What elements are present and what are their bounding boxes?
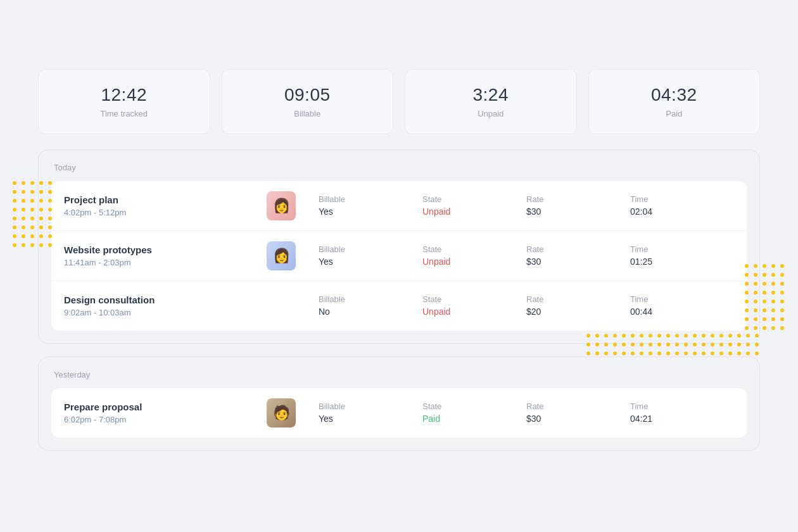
- dot: [48, 217, 52, 220]
- entry-time-range: 6:02pm - 7:08pm: [64, 415, 267, 424]
- dot: [613, 334, 617, 338]
- entry-title: Prepare proposal: [64, 402, 267, 412]
- dot: [13, 243, 16, 247]
- dot: [763, 308, 766, 312]
- dot: [684, 334, 688, 338]
- dot: [780, 264, 784, 268]
- meta-label: Time: [630, 244, 734, 254]
- dot: [48, 225, 52, 229]
- dot: [622, 352, 626, 355]
- dot: [30, 199, 34, 203]
- meta-label: State: [422, 244, 526, 254]
- meta-label: State: [422, 294, 526, 304]
- dot: [780, 291, 784, 294]
- meta-group-1: StateUnpaid: [422, 244, 526, 267]
- entry-info: Project plan 4:02pm - 5:12pm: [64, 194, 267, 217]
- dot: [39, 181, 43, 185]
- dot: [595, 352, 599, 355]
- meta-group-0: BillableYes: [319, 402, 422, 424]
- dot: [39, 190, 43, 194]
- meta-group-0: BillableYes: [319, 244, 422, 267]
- dot: [595, 334, 599, 338]
- dot: [745, 308, 749, 312]
- dot: [754, 273, 757, 277]
- dot: [39, 208, 43, 212]
- entry-title: Website prototypes: [64, 244, 267, 255]
- dot: [586, 352, 590, 355]
- dot: [745, 282, 749, 286]
- entry-info: Design consultation 9:02am - 10:03am: [64, 294, 267, 317]
- dot: [675, 352, 679, 355]
- meta-value: Unpaid: [422, 206, 526, 217]
- entry-row-project-plan[interactable]: Project plan 4:02pm - 5:12pm 👩BillableYe…: [51, 181, 747, 231]
- today-section: Today Project plan 4:02pm - 5:12pm 👩Bill…: [38, 149, 760, 344]
- meta-value: $30: [526, 256, 630, 267]
- meta-label: Billable: [319, 244, 422, 254]
- dot: [640, 352, 643, 355]
- meta-label: Time: [630, 294, 734, 304]
- dot: [30, 234, 34, 238]
- dot: [48, 199, 52, 203]
- meta-value: Unpaid: [422, 256, 526, 267]
- meta-label: Billable: [319, 294, 422, 304]
- meta-label: Rate: [526, 194, 630, 204]
- entry-row-prepare-proposal[interactable]: Prepare proposal 6:02pm - 7:08pm 🧑Billab…: [51, 388, 747, 438]
- stat-card-unpaid: 3:24 Unpaid: [405, 69, 577, 134]
- meta-value: 01:25: [630, 256, 734, 267]
- dot: [586, 334, 590, 338]
- stat-value-time-tracked: 12:42: [51, 85, 197, 105]
- stat-value-billable: 09:05: [235, 85, 381, 105]
- entry-row-website-prototypes[interactable]: Website prototypes 11:41am - 2:03pm 👩Bil…: [51, 231, 747, 281]
- entry-row-design-consultation[interactable]: Design consultation 9:02am - 10:03am Bil…: [51, 281, 747, 331]
- meta-label: Time: [630, 194, 734, 204]
- entry-meta: BillableYesStateUnpaidRate$30Time01:25: [319, 244, 734, 267]
- entries-container: Project plan 4:02pm - 5:12pm 👩BillableYe…: [51, 181, 747, 331]
- entry-meta: BillableNoStateUnpaidRate$20Time00:44: [319, 294, 734, 317]
- dot: [771, 264, 775, 268]
- entry-avatar-container: [267, 291, 300, 320]
- meta-group-1: StateUnpaid: [422, 194, 526, 217]
- dot: [30, 208, 34, 212]
- dot: [48, 243, 52, 247]
- dot: [613, 343, 617, 346]
- meta-label: State: [422, 402, 526, 411]
- dot: [737, 343, 741, 346]
- meta-group-2: Rate$30: [526, 402, 630, 424]
- dot: [604, 352, 608, 355]
- entry-meta: BillableYesStatePaidRate$30Time04:21: [319, 402, 734, 424]
- meta-group-1: StateUnpaid: [422, 294, 526, 317]
- meta-group-3: Time02:04: [630, 194, 734, 217]
- stat-label-paid: Paid: [602, 109, 747, 118]
- dot: [754, 264, 757, 268]
- group-label: Today: [51, 163, 747, 172]
- dot: [780, 282, 784, 286]
- meta-value: Unpaid: [422, 307, 526, 317]
- dot: [702, 334, 706, 338]
- dot: [48, 234, 52, 238]
- dot: [711, 334, 714, 338]
- dot: [754, 326, 757, 330]
- dot: [640, 343, 643, 346]
- dot: [771, 273, 775, 277]
- dot: [22, 243, 25, 247]
- dot: [48, 181, 52, 185]
- dot: [754, 317, 757, 321]
- dot: [763, 317, 766, 321]
- dot: [30, 225, 34, 229]
- dot: [30, 217, 34, 220]
- dot: [754, 291, 757, 294]
- dot: [48, 208, 52, 212]
- dot: [649, 352, 652, 355]
- dot: [39, 199, 43, 203]
- dot: [666, 352, 670, 355]
- dot: [771, 317, 775, 321]
- dot: [771, 300, 775, 303]
- dot: [13, 225, 16, 229]
- dots-right-decoration: [745, 264, 785, 331]
- dot: [657, 352, 661, 355]
- dot: [22, 181, 25, 185]
- dot: [771, 308, 775, 312]
- dot: [771, 291, 775, 294]
- dot: [39, 225, 43, 229]
- dot: [649, 334, 652, 338]
